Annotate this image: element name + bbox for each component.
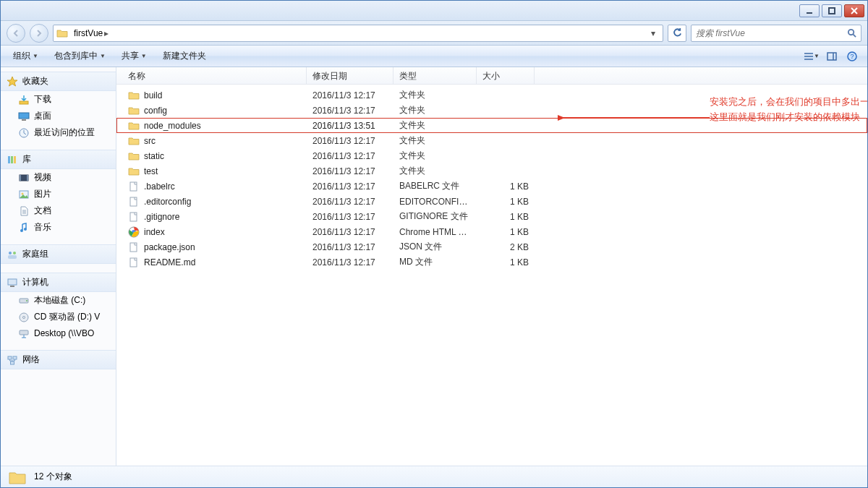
file-name: config xyxy=(144,106,167,116)
file-name: static xyxy=(144,151,164,161)
svg-rect-21 xyxy=(20,175,21,181)
file-type: 文件夹 xyxy=(393,119,477,132)
svg-rect-9 xyxy=(827,53,836,60)
table-row[interactable]: src2016/11/3 12:17文件夹 xyxy=(116,133,867,148)
sidebar-item-recent[interactable]: 最近访问的位置 xyxy=(1,124,116,141)
file-type: JSON 文件 xyxy=(393,241,477,253)
address-bar[interactable]: firstVue ▸ ▾ xyxy=(53,25,663,42)
table-row[interactable]: .babelrc2016/11/3 12:17BABELRC 文件1 KB xyxy=(116,179,867,194)
nav-back-button[interactable] xyxy=(7,24,25,43)
new-folder-button[interactable]: 新建文件夹 xyxy=(156,47,213,65)
sidebar-item-network-drive[interactable]: Desktop (\\VBO xyxy=(1,325,116,341)
cd-drive-icon xyxy=(18,312,30,323)
svg-rect-34 xyxy=(10,286,14,287)
table-row[interactable]: .gitignore2016/11/3 12:17GITIGNORE 文件1 K… xyxy=(116,209,867,224)
sidebar-homegroup-header[interactable]: 家庭组 xyxy=(1,244,116,264)
folder-icon xyxy=(128,166,140,177)
share-label: 共享 xyxy=(122,50,139,62)
nav-forward-button[interactable] xyxy=(30,24,48,43)
sidebar-item-pictures[interactable]: 图片 xyxy=(1,186,116,202)
table-row[interactable]: package.json2016/11/3 12:17JSON 文件2 KB xyxy=(116,239,867,254)
documents-label: 文档 xyxy=(34,205,51,217)
svg-point-36 xyxy=(26,300,27,301)
videos-icon xyxy=(18,172,30,184)
share-button[interactable]: 共享▼ xyxy=(115,47,153,65)
refresh-button[interactable] xyxy=(668,25,686,42)
downloads-icon xyxy=(18,94,30,106)
column-name[interactable]: 名称 xyxy=(122,67,307,84)
sidebar-item-drive-c[interactable]: 本地磁盘 (C:) xyxy=(1,292,116,309)
chevron-down-icon: ▼ xyxy=(33,53,38,59)
chevron-down-icon: ▼ xyxy=(100,53,106,59)
svg-rect-15 xyxy=(22,119,26,121)
documents-icon xyxy=(18,205,30,217)
sidebar-item-music[interactable]: 音乐 xyxy=(1,219,116,236)
pictures-icon xyxy=(18,189,30,200)
homegroup-icon xyxy=(7,249,18,260)
svg-point-38 xyxy=(23,316,25,318)
maximize-button[interactable] xyxy=(822,4,842,17)
chevron-down-icon: ▼ xyxy=(141,53,147,59)
svg-line-5 xyxy=(853,34,856,37)
file-name: index xyxy=(144,227,165,237)
titlebar xyxy=(1,1,867,21)
music-icon xyxy=(18,222,30,234)
preview-pane-button[interactable] xyxy=(822,48,841,64)
file-type: 文件夹 xyxy=(393,104,477,116)
folder-icon xyxy=(128,120,140,132)
search-icon xyxy=(847,28,856,38)
file-name: .editorconfig xyxy=(144,197,191,207)
svg-rect-18 xyxy=(11,156,13,163)
favorites-label: 收藏夹 xyxy=(22,75,48,87)
drive-c-label: 本地磁盘 (C:) xyxy=(34,294,85,307)
sidebar-libraries-header[interactable]: 库 xyxy=(1,150,116,169)
minimize-button[interactable] xyxy=(799,4,820,17)
sidebar-item-drive-d[interactable]: CD 驱动器 (D:) V xyxy=(1,309,116,325)
column-type[interactable]: 类型 xyxy=(393,67,477,84)
address-dropdown-button[interactable]: ▾ xyxy=(647,27,660,40)
breadcrumb-item[interactable]: firstVue ▸ xyxy=(71,27,111,40)
breadcrumb-label: firstVue xyxy=(74,28,103,38)
sidebar-network-header[interactable]: 网络 xyxy=(1,350,116,369)
sidebar-favorites-header[interactable]: 收藏夹 xyxy=(1,72,116,91)
file-name: build xyxy=(144,90,162,100)
close-button[interactable] xyxy=(844,4,864,17)
svg-point-29 xyxy=(24,228,27,231)
sidebar-item-documents[interactable]: 文档 xyxy=(1,202,116,219)
libraries-label: 库 xyxy=(22,153,31,166)
search-box[interactable] xyxy=(691,25,861,42)
svg-rect-41 xyxy=(13,356,17,359)
include-in-library-button[interactable]: 包含到库中▼ xyxy=(48,47,112,65)
search-input[interactable] xyxy=(696,28,847,38)
view-mode-button[interactable]: ▼ xyxy=(802,48,821,64)
svg-point-4 xyxy=(848,30,854,35)
file-size: 1 KB xyxy=(477,181,535,192)
table-row[interactable]: README.md2016/11/3 12:17MD 文件1 KB xyxy=(116,254,867,270)
file-date: 2016/11/3 12:17 xyxy=(307,257,393,267)
computer-label: 计算机 xyxy=(22,276,48,288)
column-size[interactable]: 大小 xyxy=(477,67,535,84)
svg-point-30 xyxy=(9,252,12,254)
sidebar-item-downloads[interactable]: 下载 xyxy=(1,91,116,108)
drive-d-label: CD 驱动器 (D:) V xyxy=(34,311,100,323)
organize-button[interactable]: 组织▼ xyxy=(7,47,45,65)
folder-icon xyxy=(128,90,140,101)
folder-icon xyxy=(56,27,68,39)
sidebar-computer-header[interactable]: 计算机 xyxy=(1,273,116,292)
column-date[interactable]: 修改日期 xyxy=(307,67,393,84)
svg-rect-45 xyxy=(130,213,137,221)
help-button[interactable]: ? xyxy=(843,48,861,64)
table-row[interactable]: static2016/11/3 12:17文件夹 xyxy=(116,148,867,163)
downloads-label: 下载 xyxy=(34,93,51,106)
svg-rect-40 xyxy=(8,356,12,359)
table-row[interactable]: index2016/11/3 12:17Chrome HTML D...1 KB xyxy=(116,224,867,239)
newfolder-label: 新建文件夹 xyxy=(163,50,206,62)
sidebar-item-videos[interactable]: 视频 xyxy=(1,169,116,186)
computer-icon xyxy=(7,277,18,288)
table-row[interactable]: test2016/11/3 12:17文件夹 xyxy=(116,163,867,179)
sidebar-item-desktop[interactable]: 桌面 xyxy=(1,108,116,124)
file-name: .gitignore xyxy=(144,212,179,222)
table-row[interactable]: .editorconfig2016/11/3 12:17EDITORCONFIG… xyxy=(116,194,867,209)
main-area: 收藏夹 下载 桌面 最近访问的位置 库 视频 图片 文档 音乐 家庭组 计算机 … xyxy=(1,67,867,466)
library-icon xyxy=(7,154,18,166)
